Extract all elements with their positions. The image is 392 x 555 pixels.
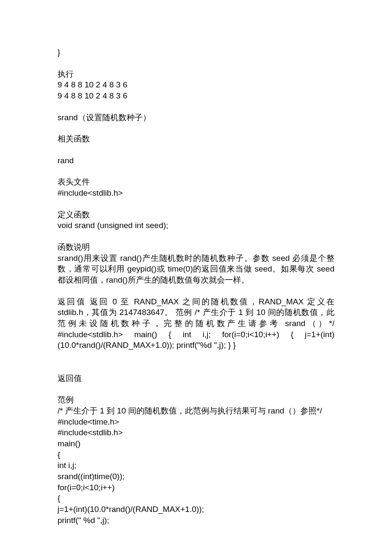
section-heading: 范例 [58, 394, 334, 405]
section-heading: 定义函数 [58, 209, 334, 220]
code-line: { [58, 493, 334, 504]
section-heading: 函数说明 [58, 242, 334, 253]
code-line: #include<stdlib.h> [58, 427, 334, 438]
section-heading: 表头文件 [58, 176, 334, 188]
code-line: for(i=0;i<10;i++) [58, 482, 334, 493]
code-line: printf(" %d ",j); [58, 515, 334, 526]
paragraph: 返回值 返回 0 至 RAND_MAX 之间的随机数值，RAND_MAX 定义在… [58, 296, 334, 351]
paragraph: srand()用来设置 rand()产生随机数时的随机数种子。参数 seed 必… [58, 253, 334, 286]
section-heading: 返回值 [58, 373, 334, 384]
text-line: rand [58, 155, 334, 166]
code-line: { [58, 449, 334, 460]
code-line: } [58, 47, 334, 58]
code-line: void srand (unsigned int seed); [58, 220, 334, 231]
output-line: 9 4 8 8 10 2 4 8 3 6 [58, 79, 334, 90]
document-page: } 执行 9 4 8 8 10 2 4 8 3 6 9 4 8 8 10 2 4… [0, 0, 392, 555]
section-heading: 相关函数 [58, 133, 334, 145]
code-line: #include<stdlib.h> [58, 188, 334, 199]
code-line: srand((int)time(0)); [58, 471, 334, 482]
code-line: main() [58, 438, 334, 449]
function-title: srand（设置随机数种子） [58, 112, 334, 123]
output-line: 9 4 8 8 10 2 4 8 3 6 [58, 90, 334, 101]
code-line: #include<time.h> [58, 416, 334, 428]
code-line: int i,j; [58, 460, 334, 471]
section-heading: 执行 [58, 69, 334, 80]
code-line: /* 产生介于 1 到 10 间的随机数值，此范例与执行结果可与 rand（）参… [58, 405, 334, 416]
code-line: j=1+(int)(10.0*rand()/(RAND_MAX+1.0)); [58, 504, 334, 515]
